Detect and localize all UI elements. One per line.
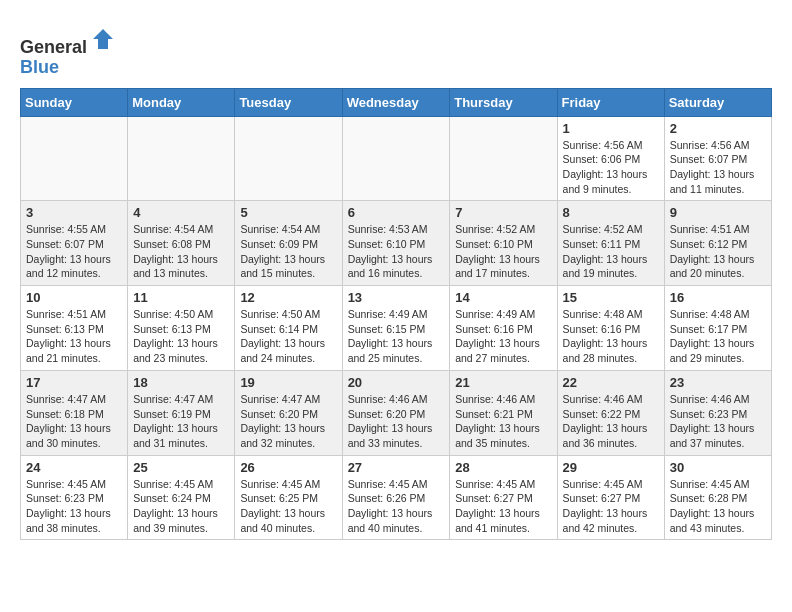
day-number: 9 [670, 205, 766, 220]
day-number: 16 [670, 290, 766, 305]
calendar-cell: 13Sunrise: 4:49 AM Sunset: 6:15 PM Dayli… [342, 286, 450, 371]
calendar-cell: 26Sunrise: 4:45 AM Sunset: 6:25 PM Dayli… [235, 455, 342, 540]
logo: General Blue [20, 25, 117, 78]
day-number: 26 [240, 460, 336, 475]
day-info: Sunrise: 4:49 AM Sunset: 6:16 PM Dayligh… [455, 307, 551, 366]
day-number: 19 [240, 375, 336, 390]
day-number: 27 [348, 460, 445, 475]
day-info: Sunrise: 4:56 AM Sunset: 6:07 PM Dayligh… [670, 138, 766, 197]
calendar-cell [21, 116, 128, 201]
day-info: Sunrise: 4:54 AM Sunset: 6:09 PM Dayligh… [240, 222, 336, 281]
calendar-cell: 27Sunrise: 4:45 AM Sunset: 6:26 PM Dayli… [342, 455, 450, 540]
weekday-header-saturday: Saturday [664, 88, 771, 116]
day-number: 1 [563, 121, 659, 136]
calendar-cell: 8Sunrise: 4:52 AM Sunset: 6:11 PM Daylig… [557, 201, 664, 286]
calendar-cell: 25Sunrise: 4:45 AM Sunset: 6:24 PM Dayli… [128, 455, 235, 540]
calendar-cell: 15Sunrise: 4:48 AM Sunset: 6:16 PM Dayli… [557, 286, 664, 371]
day-info: Sunrise: 4:47 AM Sunset: 6:20 PM Dayligh… [240, 392, 336, 451]
day-number: 28 [455, 460, 551, 475]
day-info: Sunrise: 4:54 AM Sunset: 6:08 PM Dayligh… [133, 222, 229, 281]
calendar-cell: 9Sunrise: 4:51 AM Sunset: 6:12 PM Daylig… [664, 201, 771, 286]
day-number: 23 [670, 375, 766, 390]
day-info: Sunrise: 4:46 AM Sunset: 6:21 PM Dayligh… [455, 392, 551, 451]
day-info: Sunrise: 4:46 AM Sunset: 6:23 PM Dayligh… [670, 392, 766, 451]
day-info: Sunrise: 4:48 AM Sunset: 6:16 PM Dayligh… [563, 307, 659, 366]
day-info: Sunrise: 4:55 AM Sunset: 6:07 PM Dayligh… [26, 222, 122, 281]
calendar-cell: 22Sunrise: 4:46 AM Sunset: 6:22 PM Dayli… [557, 370, 664, 455]
day-number: 25 [133, 460, 229, 475]
day-number: 10 [26, 290, 122, 305]
day-info: Sunrise: 4:45 AM Sunset: 6:24 PM Dayligh… [133, 477, 229, 536]
day-number: 5 [240, 205, 336, 220]
logo-icon [89, 25, 117, 53]
day-number: 20 [348, 375, 445, 390]
weekday-header-sunday: Sunday [21, 88, 128, 116]
day-info: Sunrise: 4:45 AM Sunset: 6:28 PM Dayligh… [670, 477, 766, 536]
calendar-cell: 4Sunrise: 4:54 AM Sunset: 6:08 PM Daylig… [128, 201, 235, 286]
calendar-cell: 28Sunrise: 4:45 AM Sunset: 6:27 PM Dayli… [450, 455, 557, 540]
calendar-cell: 30Sunrise: 4:45 AM Sunset: 6:28 PM Dayli… [664, 455, 771, 540]
day-info: Sunrise: 4:52 AM Sunset: 6:11 PM Dayligh… [563, 222, 659, 281]
weekday-header-monday: Monday [128, 88, 235, 116]
day-number: 18 [133, 375, 229, 390]
day-info: Sunrise: 4:56 AM Sunset: 6:06 PM Dayligh… [563, 138, 659, 197]
day-info: Sunrise: 4:50 AM Sunset: 6:14 PM Dayligh… [240, 307, 336, 366]
calendar-cell: 18Sunrise: 4:47 AM Sunset: 6:19 PM Dayli… [128, 370, 235, 455]
day-number: 29 [563, 460, 659, 475]
day-info: Sunrise: 4:46 AM Sunset: 6:20 PM Dayligh… [348, 392, 445, 451]
calendar-cell: 10Sunrise: 4:51 AM Sunset: 6:13 PM Dayli… [21, 286, 128, 371]
day-number: 2 [670, 121, 766, 136]
calendar-cell: 3Sunrise: 4:55 AM Sunset: 6:07 PM Daylig… [21, 201, 128, 286]
day-info: Sunrise: 4:52 AM Sunset: 6:10 PM Dayligh… [455, 222, 551, 281]
day-info: Sunrise: 4:48 AM Sunset: 6:17 PM Dayligh… [670, 307, 766, 366]
weekday-header-friday: Friday [557, 88, 664, 116]
day-info: Sunrise: 4:51 AM Sunset: 6:12 PM Dayligh… [670, 222, 766, 281]
calendar-cell [342, 116, 450, 201]
day-number: 14 [455, 290, 551, 305]
calendar-cell: 2Sunrise: 4:56 AM Sunset: 6:07 PM Daylig… [664, 116, 771, 201]
day-number: 3 [26, 205, 122, 220]
calendar-cell: 20Sunrise: 4:46 AM Sunset: 6:20 PM Dayli… [342, 370, 450, 455]
calendar-cell [128, 116, 235, 201]
day-number: 24 [26, 460, 122, 475]
logo-general: General [20, 37, 87, 57]
day-info: Sunrise: 4:47 AM Sunset: 6:19 PM Dayligh… [133, 392, 229, 451]
calendar-cell: 12Sunrise: 4:50 AM Sunset: 6:14 PM Dayli… [235, 286, 342, 371]
day-number: 11 [133, 290, 229, 305]
calendar: SundayMondayTuesdayWednesdayThursdayFrid… [20, 88, 772, 541]
logo-blue: Blue [20, 57, 59, 77]
calendar-cell: 17Sunrise: 4:47 AM Sunset: 6:18 PM Dayli… [21, 370, 128, 455]
day-number: 4 [133, 205, 229, 220]
calendar-cell: 19Sunrise: 4:47 AM Sunset: 6:20 PM Dayli… [235, 370, 342, 455]
calendar-cell [235, 116, 342, 201]
day-info: Sunrise: 4:49 AM Sunset: 6:15 PM Dayligh… [348, 307, 445, 366]
day-info: Sunrise: 4:45 AM Sunset: 6:27 PM Dayligh… [563, 477, 659, 536]
header: General Blue [20, 20, 772, 78]
day-number: 7 [455, 205, 551, 220]
day-info: Sunrise: 4:45 AM Sunset: 6:25 PM Dayligh… [240, 477, 336, 536]
calendar-cell: 7Sunrise: 4:52 AM Sunset: 6:10 PM Daylig… [450, 201, 557, 286]
calendar-cell: 14Sunrise: 4:49 AM Sunset: 6:16 PM Dayli… [450, 286, 557, 371]
day-info: Sunrise: 4:53 AM Sunset: 6:10 PM Dayligh… [348, 222, 445, 281]
day-number: 12 [240, 290, 336, 305]
calendar-cell [450, 116, 557, 201]
day-number: 17 [26, 375, 122, 390]
calendar-cell: 1Sunrise: 4:56 AM Sunset: 6:06 PM Daylig… [557, 116, 664, 201]
day-number: 22 [563, 375, 659, 390]
day-info: Sunrise: 4:45 AM Sunset: 6:23 PM Dayligh… [26, 477, 122, 536]
day-info: Sunrise: 4:45 AM Sunset: 6:27 PM Dayligh… [455, 477, 551, 536]
day-info: Sunrise: 4:50 AM Sunset: 6:13 PM Dayligh… [133, 307, 229, 366]
day-number: 6 [348, 205, 445, 220]
calendar-cell: 23Sunrise: 4:46 AM Sunset: 6:23 PM Dayli… [664, 370, 771, 455]
weekday-header-thursday: Thursday [450, 88, 557, 116]
calendar-cell: 11Sunrise: 4:50 AM Sunset: 6:13 PM Dayli… [128, 286, 235, 371]
calendar-cell: 16Sunrise: 4:48 AM Sunset: 6:17 PM Dayli… [664, 286, 771, 371]
day-info: Sunrise: 4:51 AM Sunset: 6:13 PM Dayligh… [26, 307, 122, 366]
calendar-cell: 6Sunrise: 4:53 AM Sunset: 6:10 PM Daylig… [342, 201, 450, 286]
day-number: 15 [563, 290, 659, 305]
svg-marker-0 [93, 29, 113, 49]
day-info: Sunrise: 4:45 AM Sunset: 6:26 PM Dayligh… [348, 477, 445, 536]
day-info: Sunrise: 4:47 AM Sunset: 6:18 PM Dayligh… [26, 392, 122, 451]
calendar-cell: 24Sunrise: 4:45 AM Sunset: 6:23 PM Dayli… [21, 455, 128, 540]
calendar-cell: 29Sunrise: 4:45 AM Sunset: 6:27 PM Dayli… [557, 455, 664, 540]
